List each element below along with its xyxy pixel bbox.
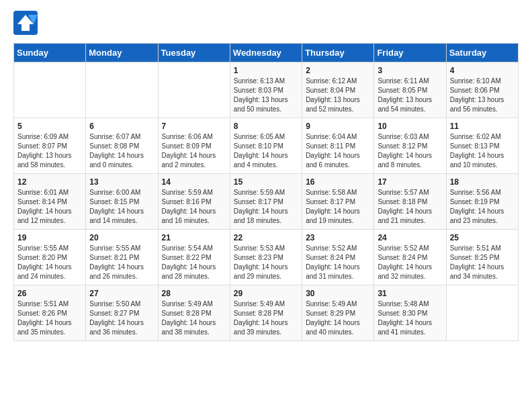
day-number: 29 — [234, 289, 298, 298]
day-number: 26 — [17, 289, 82, 298]
day-number: 21 — [162, 233, 226, 242]
calendar-cell: 23Sunrise: 5:52 AM Sunset: 8:24 PM Dayli… — [302, 230, 374, 285]
day-number: 11 — [450, 122, 515, 131]
calendar-week-row: 19Sunrise: 5:55 AM Sunset: 8:20 PM Dayli… — [14, 230, 519, 285]
calendar-header-row: SundayMondayTuesdayWednesdayThursdayFrid… — [14, 44, 519, 62]
cell-info: Sunrise: 5:59 AM Sunset: 8:16 PM Dayligh… — [162, 188, 226, 226]
calendar-cell: 5Sunrise: 6:09 AM Sunset: 8:07 PM Daylig… — [14, 118, 86, 174]
header-thursday: Thursday — [302, 44, 374, 62]
day-number: 28 — [162, 289, 226, 298]
header-sunday: Sunday — [14, 44, 86, 62]
cell-info: Sunrise: 6:02 AM Sunset: 8:13 PM Dayligh… — [450, 132, 515, 170]
calendar-cell: 10Sunrise: 6:03 AM Sunset: 8:12 PM Dayli… — [374, 118, 446, 174]
cell-info: Sunrise: 5:55 AM Sunset: 8:20 PM Dayligh… — [17, 244, 82, 281]
calendar-cell: 24Sunrise: 5:52 AM Sunset: 8:24 PM Dayli… — [374, 230, 446, 285]
calendar-week-row: 5Sunrise: 6:09 AM Sunset: 8:07 PM Daylig… — [14, 118, 519, 174]
cell-info: Sunrise: 6:01 AM Sunset: 8:14 PM Dayligh… — [17, 188, 82, 226]
cell-info: Sunrise: 5:50 AM Sunset: 8:27 PM Dayligh… — [89, 300, 154, 337]
day-number: 9 — [306, 122, 370, 131]
cell-info: Sunrise: 5:49 AM Sunset: 8:28 PM Dayligh… — [234, 300, 298, 337]
calendar-cell: 27Sunrise: 5:50 AM Sunset: 8:27 PM Dayli… — [86, 285, 158, 341]
day-number: 31 — [378, 289, 442, 298]
cell-info: Sunrise: 6:11 AM Sunset: 8:05 PM Dayligh… — [378, 77, 442, 114]
calendar-cell: 20Sunrise: 5:55 AM Sunset: 8:21 PM Dayli… — [86, 230, 158, 285]
cell-info: Sunrise: 5:57 AM Sunset: 8:18 PM Dayligh… — [378, 188, 442, 226]
calendar-cell: 3Sunrise: 6:11 AM Sunset: 8:05 PM Daylig… — [374, 62, 446, 118]
calendar-cell: 7Sunrise: 6:06 AM Sunset: 8:09 PM Daylig… — [158, 118, 230, 174]
calendar-cell: 2Sunrise: 6:12 AM Sunset: 8:04 PM Daylig… — [302, 62, 374, 118]
calendar-cell: 21Sunrise: 5:54 AM Sunset: 8:22 PM Dayli… — [158, 230, 230, 285]
cell-info: Sunrise: 5:52 AM Sunset: 8:24 PM Dayligh… — [306, 244, 370, 281]
cell-info: Sunrise: 5:56 AM Sunset: 8:19 PM Dayligh… — [450, 188, 515, 226]
header-friday: Friday — [374, 44, 446, 62]
cell-info: Sunrise: 6:09 AM Sunset: 8:07 PM Dayligh… — [17, 132, 82, 170]
calendar-cell: 18Sunrise: 5:56 AM Sunset: 8:19 PM Dayli… — [446, 174, 518, 230]
day-number: 1 — [234, 66, 298, 75]
day-number: 3 — [378, 66, 442, 75]
cell-info: Sunrise: 5:48 AM Sunset: 8:30 PM Dayligh… — [378, 300, 442, 337]
cell-info: Sunrise: 6:03 AM Sunset: 8:12 PM Dayligh… — [378, 132, 442, 170]
calendar-cell: 26Sunrise: 5:51 AM Sunset: 8:26 PM Dayli… — [14, 285, 86, 341]
calendar-cell — [446, 285, 518, 341]
day-number: 7 — [162, 122, 226, 131]
calendar-cell: 30Sunrise: 5:49 AM Sunset: 8:29 PM Dayli… — [302, 285, 374, 341]
cell-info: Sunrise: 6:12 AM Sunset: 8:04 PM Dayligh… — [306, 77, 370, 114]
cell-info: Sunrise: 6:05 AM Sunset: 8:10 PM Dayligh… — [234, 132, 298, 170]
day-number: 8 — [234, 122, 298, 131]
day-number: 6 — [89, 122, 154, 131]
day-number: 23 — [306, 233, 370, 242]
cell-info: Sunrise: 5:51 AM Sunset: 8:26 PM Dayligh… — [17, 300, 82, 337]
day-number: 5 — [17, 122, 82, 131]
day-number: 16 — [306, 177, 370, 187]
calendar-cell: 16Sunrise: 5:58 AM Sunset: 8:17 PM Dayli… — [302, 174, 374, 230]
day-number: 25 — [450, 233, 515, 242]
calendar-cell: 6Sunrise: 6:07 AM Sunset: 8:08 PM Daylig… — [86, 118, 158, 174]
calendar-cell — [86, 62, 158, 118]
day-number: 20 — [89, 233, 154, 242]
calendar-week-row: 26Sunrise: 5:51 AM Sunset: 8:26 PM Dayli… — [14, 285, 519, 341]
header-monday: Monday — [86, 44, 158, 62]
cell-info: Sunrise: 6:00 AM Sunset: 8:15 PM Dayligh… — [89, 188, 154, 226]
cell-info: Sunrise: 6:10 AM Sunset: 8:06 PM Dayligh… — [450, 77, 515, 114]
cell-info: Sunrise: 6:06 AM Sunset: 8:09 PM Dayligh… — [162, 132, 226, 170]
day-number: 2 — [306, 66, 370, 75]
day-number: 10 — [378, 122, 442, 131]
day-number: 14 — [162, 177, 226, 187]
day-number: 18 — [450, 177, 515, 187]
calendar-cell — [158, 62, 230, 118]
logo-icon — [13, 11, 38, 35]
calendar-cell: 19Sunrise: 5:55 AM Sunset: 8:20 PM Dayli… — [14, 230, 86, 285]
day-number: 19 — [17, 233, 82, 242]
cell-info: Sunrise: 5:52 AM Sunset: 8:24 PM Dayligh… — [378, 244, 442, 281]
calendar-table: SundayMondayTuesdayWednesdayThursdayFrid… — [13, 43, 519, 341]
day-number: 27 — [89, 289, 154, 298]
calendar-week-row: 12Sunrise: 6:01 AM Sunset: 8:14 PM Dayli… — [14, 174, 519, 230]
cell-info: Sunrise: 5:58 AM Sunset: 8:17 PM Dayligh… — [306, 188, 370, 226]
calendar-cell: 17Sunrise: 5:57 AM Sunset: 8:18 PM Dayli… — [374, 174, 446, 230]
cell-info: Sunrise: 5:51 AM Sunset: 8:25 PM Dayligh… — [450, 244, 515, 281]
cell-info: Sunrise: 5:59 AM Sunset: 8:17 PM Dayligh… — [234, 188, 298, 226]
calendar-cell: 9Sunrise: 6:04 AM Sunset: 8:11 PM Daylig… — [302, 118, 374, 174]
cell-info: Sunrise: 6:13 AM Sunset: 8:03 PM Dayligh… — [234, 77, 298, 114]
calendar-cell: 13Sunrise: 6:00 AM Sunset: 8:15 PM Dayli… — [86, 174, 158, 230]
calendar-cell: 8Sunrise: 6:05 AM Sunset: 8:10 PM Daylig… — [230, 118, 302, 174]
calendar-cell: 29Sunrise: 5:49 AM Sunset: 8:28 PM Dayli… — [230, 285, 302, 341]
calendar-cell: 12Sunrise: 6:01 AM Sunset: 8:14 PM Dayli… — [14, 174, 86, 230]
calendar-cell: 22Sunrise: 5:53 AM Sunset: 8:23 PM Dayli… — [230, 230, 302, 285]
page-header — [13, 11, 519, 35]
day-number: 24 — [378, 233, 442, 242]
day-number: 30 — [306, 289, 370, 298]
cell-info: Sunrise: 5:49 AM Sunset: 8:29 PM Dayligh… — [306, 300, 370, 337]
cell-info: Sunrise: 5:49 AM Sunset: 8:28 PM Dayligh… — [162, 300, 226, 337]
calendar-cell: 4Sunrise: 6:10 AM Sunset: 8:06 PM Daylig… — [446, 62, 518, 118]
logo — [13, 11, 40, 35]
cell-info: Sunrise: 6:07 AM Sunset: 8:08 PM Dayligh… — [89, 132, 154, 170]
calendar-cell: 1Sunrise: 6:13 AM Sunset: 8:03 PM Daylig… — [230, 62, 302, 118]
header-wednesday: Wednesday — [230, 44, 302, 62]
day-number: 22 — [234, 233, 298, 242]
header-tuesday: Tuesday — [158, 44, 230, 62]
calendar-cell: 15Sunrise: 5:59 AM Sunset: 8:17 PM Dayli… — [230, 174, 302, 230]
day-number: 13 — [89, 177, 154, 187]
day-number: 4 — [450, 66, 515, 75]
cell-info: Sunrise: 5:55 AM Sunset: 8:21 PM Dayligh… — [89, 244, 154, 281]
